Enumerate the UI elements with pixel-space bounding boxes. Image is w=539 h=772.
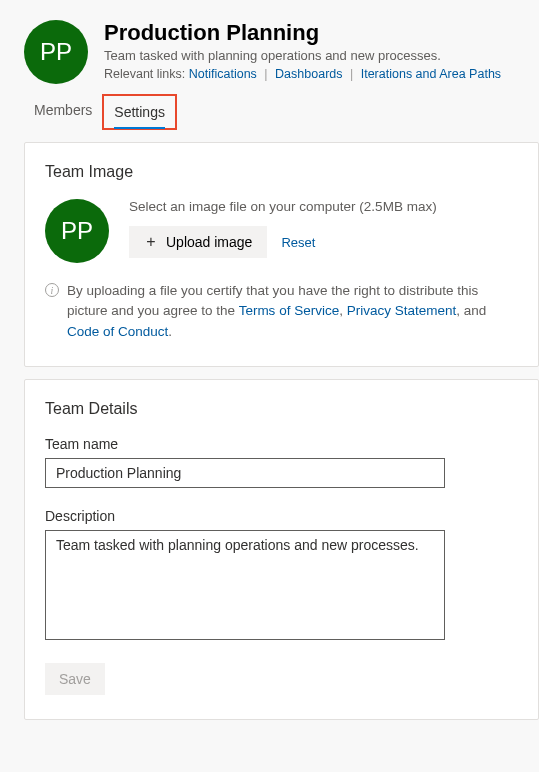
dashboards-link[interactable]: Dashboards (275, 67, 342, 81)
team-header: PP Production Planning Team tasked with … (0, 0, 539, 84)
team-name-field: Team name (45, 436, 518, 488)
tab-members[interactable]: Members (24, 94, 102, 130)
team-name-input[interactable] (45, 458, 445, 488)
avatar-initials: PP (40, 38, 72, 66)
team-details-panel: Team Details Team name Description Save (24, 379, 539, 720)
links-label: Relevant links: (104, 67, 185, 81)
coc-pre: and (464, 303, 487, 318)
page-title: Production Planning (104, 20, 501, 46)
team-image-avatar: PP (45, 199, 109, 263)
separator: | (350, 67, 353, 81)
team-image-title: Team Image (45, 163, 518, 181)
legal-text: By uploading a file you certify that you… (67, 281, 518, 342)
plus-icon: + (144, 233, 158, 251)
team-description-label: Description (45, 508, 518, 524)
upload-legal-row: i By uploading a file you certify that y… (45, 281, 518, 342)
image-upload-row: PP Select an image file on your computer… (45, 199, 518, 263)
team-name-label: Team name (45, 436, 518, 452)
upload-hint: Select an image file on your computer (2… (129, 199, 437, 214)
relevant-links-row: Relevant links: Notifications | Dashboar… (104, 67, 501, 81)
terms-link[interactable]: Terms of Service (239, 303, 340, 318)
privacy-link[interactable]: Privacy Statement (347, 303, 457, 318)
team-subtitle: Team tasked with planning operations and… (104, 48, 501, 63)
tab-bar: Members Settings (0, 94, 539, 130)
team-description-field: Description (45, 508, 518, 643)
info-icon: i (45, 283, 59, 297)
header-text-block: Production Planning Team tasked with pla… (104, 20, 501, 81)
reset-image-link[interactable]: Reset (281, 235, 315, 250)
upload-image-button[interactable]: + Upload image (129, 226, 267, 258)
separator: | (264, 67, 267, 81)
notifications-link[interactable]: Notifications (189, 67, 257, 81)
coc-link[interactable]: Code of Conduct (67, 324, 168, 339)
save-button[interactable]: Save (45, 663, 105, 695)
avatar-initials: PP (61, 217, 93, 245)
upload-controls: Select an image file on your computer (2… (129, 199, 437, 258)
iterations-link[interactable]: Iterations and Area Paths (361, 67, 501, 81)
upload-button-row: + Upload image Reset (129, 226, 437, 258)
tab-settings[interactable]: Settings (102, 94, 177, 130)
team-image-panel: Team Image PP Select an image file on yo… (24, 142, 539, 367)
team-description-input[interactable] (45, 530, 445, 640)
team-avatar: PP (24, 20, 88, 84)
upload-button-label: Upload image (166, 234, 252, 250)
team-details-title: Team Details (45, 400, 518, 418)
